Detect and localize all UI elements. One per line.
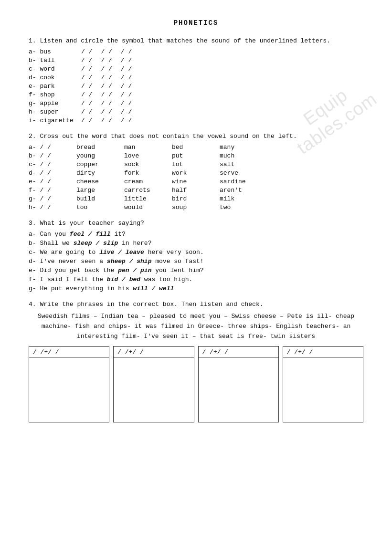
word-item: sardine (220, 178, 267, 185)
section2-row: b- / /youngloveputmuch (29, 152, 363, 159)
section1-row: i- cigarette/ // // / (29, 117, 363, 124)
row-label: c- word (29, 65, 81, 73)
symbol-group: / / (81, 48, 92, 55)
word-item: little (124, 195, 172, 202)
box-body (29, 358, 109, 422)
word-item: carrots (124, 187, 172, 194)
row-label: b- tall (29, 57, 81, 64)
word-pair: bid / bed (107, 276, 140, 283)
word-item: fork (124, 169, 172, 177)
symbol-group: / / (101, 108, 112, 116)
box-body (283, 358, 363, 422)
symbol-group: / / (121, 100, 132, 107)
section3: 3. What is your teacher saying? a- Can y… (29, 220, 363, 292)
symbol-group: / / (121, 65, 132, 73)
phonetic-box: / /+/ / (29, 346, 109, 422)
word-item: love (124, 152, 172, 159)
row-label: f- shop (29, 91, 81, 98)
word-pair: sheep / ship (107, 258, 152, 265)
section3-line: f- I said I felt the bid / bed was too h… (29, 276, 363, 283)
phoneme-label: a- / / (29, 144, 76, 151)
word-item: serve (220, 169, 267, 177)
section1: 1. Listen and circle the symbol that mat… (29, 37, 363, 124)
section4-instruction: 4. Write the phrases in the correct box.… (29, 301, 363, 308)
section1-row: g- apple/ // // / (29, 100, 363, 107)
word-list: breadmanbedmany (76, 144, 267, 151)
word-item: work (172, 169, 220, 177)
row-label: g- apple (29, 100, 81, 107)
section4: 4. Write the phrases in the correct box.… (29, 301, 363, 422)
box-body (114, 358, 193, 422)
word-item: bird (172, 195, 220, 202)
section4-boxes: / /+/ // /+/ // /+/ // /+/ / (29, 346, 363, 422)
symbol-group: / / (101, 57, 112, 64)
section3-line: g- He put everything in his will / well (29, 285, 363, 292)
section1-instruction: 1. Listen and circle the symbol that mat… (29, 37, 363, 44)
word-item: half (172, 187, 220, 194)
section1-row: f- shop/ // // / (29, 91, 363, 98)
symbol-group: / / (101, 48, 112, 55)
word-list: coppersocklotsalt (76, 161, 267, 168)
word-item: aren't (220, 187, 267, 194)
section2-row: g- / /buildlittlebirdmilk (29, 195, 363, 202)
row-label: a- bus (29, 48, 81, 55)
word-list: youngloveputmuch (76, 152, 267, 159)
section1-row: h- super/ // // / (29, 108, 363, 116)
row-symbols: / // // / (81, 117, 132, 124)
section3-line: e- Did you get back the pen / pin you le… (29, 267, 363, 274)
row-symbols: / // // / (81, 108, 132, 116)
word-item: man (124, 144, 172, 151)
word-item: soup (172, 204, 220, 211)
word-item: copper (76, 161, 124, 168)
section3-line: a- Can you feel / fill it? (29, 231, 363, 238)
symbol-group: / / (101, 100, 112, 107)
section2-rows: a- / /breadmanbedmanyb- / /youngloveputm… (29, 144, 363, 211)
word-item: two (220, 204, 267, 211)
section3-line: c- We are going to live / leave here ver… (29, 249, 363, 256)
box-body (199, 358, 278, 422)
section3-line: b- Shall we sleep / slip in here? (29, 240, 363, 247)
symbol-group: / / (81, 108, 92, 116)
section3-lines: a- Can you feel / fill it?b- Shall we sl… (29, 231, 363, 292)
box-header: / /+/ / (283, 347, 363, 358)
symbol-group: / / (81, 74, 92, 81)
word-item: build (76, 195, 124, 202)
page-title: PHONETICS (29, 19, 363, 27)
row-label: d- cook (29, 74, 81, 81)
section2-row: e- / /cheesecreamwinesardine (29, 178, 363, 185)
word-pair: sleep / slip (74, 240, 118, 247)
row-symbols: / // // / (81, 65, 132, 73)
phoneme-label: h- / / (29, 204, 76, 211)
symbol-group: / / (101, 74, 112, 81)
word-list: cheesecreamwinesardine (76, 178, 267, 185)
row-label: e- park (29, 83, 81, 90)
phoneme-label: g- / / (29, 195, 76, 202)
symbol-group: / / (81, 117, 92, 124)
word-item: too (76, 204, 124, 211)
row-label: h- super (29, 108, 81, 116)
phonetic-box: / /+/ / (198, 346, 279, 422)
symbol-group: / / (121, 117, 132, 124)
box-header: / /+/ / (29, 347, 109, 358)
word-item: large (76, 187, 124, 194)
symbol-group: / / (121, 108, 132, 116)
section1-row: a- bus/ // // / (29, 48, 363, 55)
symbol-group: / / (81, 83, 92, 90)
section3-line: d- I've never seen a sheep / ship move s… (29, 258, 363, 265)
symbol-group: / / (101, 83, 112, 90)
word-item: bread (76, 144, 124, 151)
word-item: would (124, 204, 172, 211)
symbol-group: / / (81, 65, 92, 73)
word-list: buildlittlebirdmilk (76, 195, 267, 202)
section2-row: c- / /coppersocklotsalt (29, 161, 363, 168)
row-label: i- cigarette (29, 117, 81, 124)
row-symbols: / // // / (81, 83, 132, 90)
row-symbols: / // // / (81, 48, 132, 55)
word-list: dirtyforkworkserve (76, 169, 267, 177)
section2-row: f- / /largecarrotshalfaren't (29, 187, 363, 194)
word-item: cream (124, 178, 172, 185)
symbol-group: / / (101, 91, 112, 98)
section2-row: a- / /breadmanbedmany (29, 144, 363, 151)
word-item: put (172, 152, 220, 159)
symbol-group: / / (81, 57, 92, 64)
